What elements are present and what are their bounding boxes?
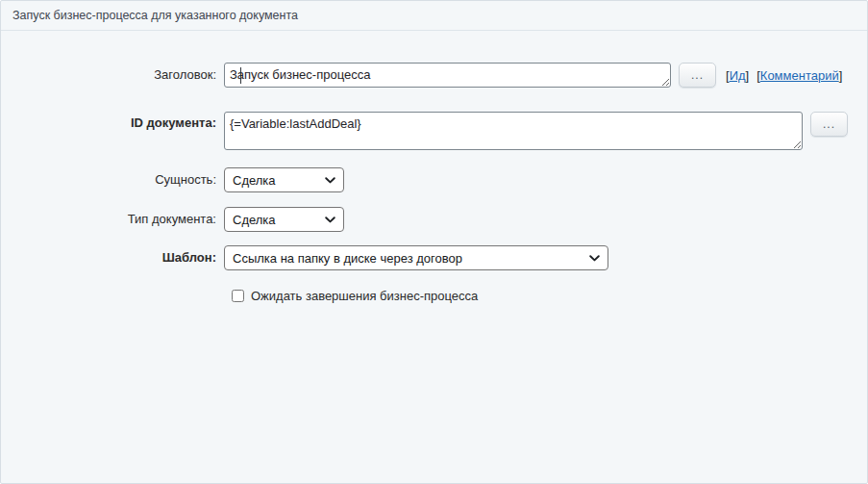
chevron-down-icon <box>325 217 335 223</box>
field-row-document-id: ID документа: {=Variable:lastAddDeal} ..… <box>1 112 867 150</box>
field-row-document-type: Тип документа: Сделка <box>1 207 867 232</box>
field-row-entity: Сущность: Сделка <box>1 167 867 192</box>
panel-title: Запуск бизнес-процесса для указанного до… <box>12 9 298 22</box>
id-link[interactable]: Ид <box>730 68 746 83</box>
workflow-form: Заголовок: Запуск бизнес-процесса ... [И… <box>1 31 867 303</box>
chevron-down-icon <box>589 255 600 262</box>
entity-select[interactable]: Сделка <box>224 167 344 192</box>
template-select-value: Ссылка на папку в диске через договор <box>233 251 462 266</box>
entity-select-value: Сделка <box>233 173 276 188</box>
entity-label: Сущность: <box>1 172 224 188</box>
wait-completion-label[interactable]: Ожидать завершения бизнес-процесса <box>251 289 478 303</box>
title-label: Заголовок: <box>1 67 224 83</box>
title-links: [Ид][Комментарий] <box>726 68 842 83</box>
document-id-label: ID документа: <box>1 112 224 131</box>
document-type-select-value: Сделка <box>233 213 276 227</box>
template-select[interactable]: Ссылка на папку в диске через договор <box>224 245 608 270</box>
id-link-bracket-close: ] <box>746 68 750 83</box>
document-id-input[interactable]: {=Variable:lastAddDeal} <box>224 112 803 150</box>
wait-completion-checkbox[interactable] <box>232 290 244 302</box>
field-row-template: Шаблон: Ссылка на папку в диске через до… <box>1 245 867 270</box>
workflow-settings-panel: Запуск бизнес-процесса для указанного до… <box>0 0 868 484</box>
field-row-title: Заголовок: Запуск бизнес-процесса ... [И… <box>1 63 867 88</box>
document-type-label: Тип документа: <box>1 212 224 227</box>
panel-header: Запуск бизнес-процесса для указанного до… <box>1 1 867 31</box>
field-row-wait-completion: Ожидать завершения бизнес-процесса <box>232 289 867 303</box>
text-cursor <box>240 67 241 84</box>
template-label: Шаблон: <box>1 250 224 266</box>
document-id-dots-button[interactable]: ... <box>810 112 848 137</box>
comment-link[interactable]: Комментарий <box>760 68 839 83</box>
chevron-down-icon <box>325 177 335 184</box>
comment-link-bracket-close: ] <box>839 68 843 83</box>
title-dots-button[interactable]: ... <box>679 63 716 88</box>
document-type-select[interactable]: Сделка <box>224 207 344 232</box>
title-input[interactable]: Запуск бизнес-процесса <box>224 63 671 88</box>
